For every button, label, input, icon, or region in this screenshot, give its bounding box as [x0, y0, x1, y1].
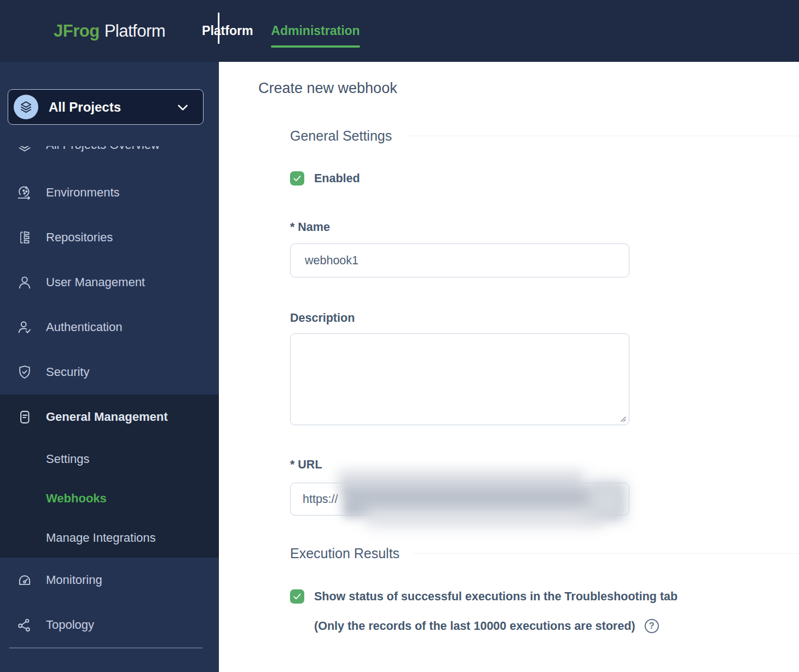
logo-brand-text: JFrog	[54, 21, 100, 41]
document-icon	[16, 409, 33, 425]
sidebar-divider	[9, 647, 202, 648]
tab-administration[interactable]: Administration	[271, 0, 360, 62]
url-label: * URL	[290, 457, 799, 472]
show-status-label: Show status of successful executions in …	[314, 590, 678, 604]
user-check-icon	[16, 319, 33, 335]
sidebar-item-label: Authentication	[46, 320, 122, 334]
user-icon	[16, 274, 33, 291]
sidebar-item-label: All Projects Overview	[46, 146, 160, 152]
sidebar-item-label: Monitoring	[46, 573, 102, 587]
environments-icon	[16, 184, 33, 201]
checkmark-icon	[292, 592, 302, 601]
webhook-form: General Settings Enabled * Name Descript…	[290, 127, 799, 633]
sidebar-item-all-projects-overview[interactable]: All Projects Overview	[0, 146, 219, 158]
sidebar-item-general-management[interactable]: General Management	[0, 395, 219, 439]
name-label: * Name	[290, 220, 799, 234]
sidebar-item-security[interactable]: Security	[0, 350, 219, 395]
layers-icon	[16, 146, 33, 153]
sidebar-item-repositories[interactable]: Repositories	[0, 215, 219, 260]
sidebar-item-monitoring[interactable]: Monitoring	[0, 558, 219, 603]
sidebar-item-label: General Management	[46, 410, 168, 424]
resize-handle-icon[interactable]	[619, 415, 627, 422]
sidebar-item-user-management[interactable]: User Management	[0, 260, 219, 305]
project-selector-label: All Projects	[49, 100, 121, 115]
sidebar-item-environments[interactable]: Environments	[0, 170, 219, 215]
enabled-row: Enabled	[290, 171, 799, 186]
gauge-icon	[16, 572, 33, 588]
sidebar-item-label: Topology	[46, 618, 94, 632]
app-header: JFrog Platform Platform Administration	[0, 0, 799, 62]
show-status-row: Show status of successful executions in …	[290, 589, 799, 604]
help-icon[interactable]: ?	[645, 619, 659, 633]
admin-sidebar: All Projects All Projects Overview	[0, 62, 219, 672]
nav-scroll-clip: All Projects Overview	[0, 146, 219, 170]
tab-platform[interactable]: Platform	[202, 0, 253, 62]
header-tabs: Platform Administration	[202, 0, 360, 62]
sidebar-item-label: Repositories	[46, 230, 113, 245]
sidebar-subitem-settings[interactable]: Settings	[0, 439, 219, 479]
description-field	[290, 333, 629, 425]
logo-product-text: Platform	[105, 21, 165, 41]
sidebar-subitem-manage-integrations[interactable]: Manage Integrations	[0, 518, 219, 558]
section-rule	[413, 553, 799, 554]
url-input[interactable]	[290, 483, 629, 515]
sidebar-subitem-label: Webhooks	[46, 491, 107, 506]
repositories-icon	[16, 229, 33, 246]
description-label: Description	[290, 311, 799, 325]
checkmark-icon	[292, 173, 302, 183]
sidebar-subitem-label: Settings	[46, 452, 90, 466]
project-selector[interactable]: All Projects	[8, 89, 204, 125]
execution-results-section-head: Execution Results	[290, 544, 799, 562]
all-projects-avatar	[14, 95, 38, 119]
jfrog-logo[interactable]: JFrog Platform	[54, 21, 165, 41]
sidebar-item-authentication[interactable]: Authentication	[0, 305, 219, 350]
chevron-down-icon	[175, 99, 191, 115]
sidebar-subitem-label: Manage Integrations	[46, 531, 156, 545]
general-settings-section-head: General Settings	[290, 127, 799, 144]
name-input[interactable]	[290, 244, 629, 277]
records-note-row: (Only the records of the last 10000 exec…	[314, 619, 799, 633]
url-field	[290, 483, 629, 515]
description-textarea[interactable]	[290, 333, 629, 425]
enabled-label: Enabled	[314, 172, 360, 186]
page-title: Create new webhook	[258, 78, 799, 98]
shield-check-icon	[16, 364, 33, 380]
records-note: (Only the records of the last 10000 exec…	[314, 619, 635, 633]
jfrog-platform-app: JFrog Platform Platform Administration A…	[0, 0, 799, 672]
topology-icon	[16, 617, 33, 633]
execution-results-title: Execution Results	[290, 544, 399, 562]
sidebar-item-label: User Management	[46, 275, 145, 289]
show-status-checkbox[interactable]	[290, 589, 304, 604]
sidebar-subitem-webhooks[interactable]: Webhooks	[0, 479, 219, 518]
sidebar-item-label: Environments	[46, 186, 120, 200]
general-management-section: General Management Settings Webhooks Man…	[0, 395, 219, 558]
general-settings-title: General Settings	[290, 127, 392, 144]
layers-icon	[19, 100, 33, 114]
main-content: Create new webhook General Settings Enab…	[219, 62, 799, 672]
section-rule	[405, 136, 799, 136]
sidebar-item-topology[interactable]: Topology	[0, 603, 219, 647]
enabled-checkbox[interactable]	[290, 171, 304, 186]
sidebar-item-label: Security	[46, 365, 89, 379]
